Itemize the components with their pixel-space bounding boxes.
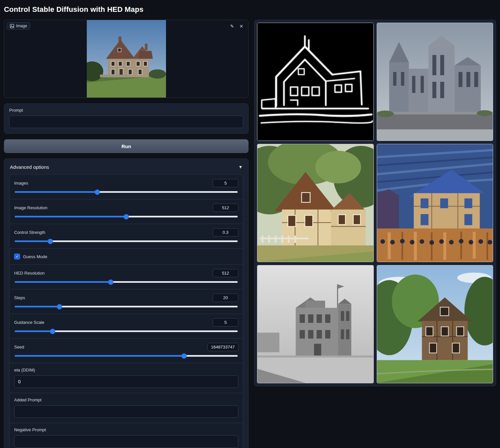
gallery-image-blue-painting[interactable] (377, 144, 493, 262)
gallery-image-cathedral[interactable] (377, 23, 493, 141)
image-actions: ✎ ✕ (228, 22, 246, 31)
guidance-scale-slider[interactable] (15, 330, 238, 332)
advanced-options-form: Images 5 Image Resolution 512 (9, 174, 243, 448)
gallery-image-grayscale-building[interactable] (257, 265, 374, 383)
control-strength-slider-fill (15, 240, 50, 242)
hed-resolution-slider[interactable] (15, 281, 238, 283)
image-label: Image (16, 24, 27, 28)
image-resolution-slider[interactable] (15, 216, 238, 217)
slider-row-hed-resolution: HED Resolution 512 (10, 264, 243, 289)
steps-slider[interactable] (15, 306, 238, 307)
output-column (254, 20, 496, 386)
added-prompt-input[interactable] (14, 405, 238, 418)
steps-value-box[interactable]: 20 (213, 294, 238, 302)
prompt-panel: Prompt (4, 103, 249, 134)
images-slider-fill (15, 191, 97, 193)
images-slider-thumb[interactable] (95, 190, 100, 195)
image-label-tag: Image (7, 22, 30, 30)
image-resolution-label: Image Resolution (14, 205, 47, 210)
steps-slider-fill (15, 306, 60, 307)
seed-label: Seed (14, 345, 24, 349)
page-title: Control Stable Diffusion with HED Maps (4, 5, 496, 14)
slider-row-control-strength: Control Strength 0.3 (10, 224, 243, 248)
slider-row-seed: Seed 1648733747 (10, 338, 243, 363)
hed-resolution-slider-thumb[interactable] (108, 280, 113, 285)
images-value-box[interactable]: 5 (213, 179, 238, 187)
steps-label: Steps (14, 295, 25, 300)
guess-mode-row: Guess Mode (10, 248, 243, 264)
control-strength-slider[interactable] (15, 240, 238, 242)
eta-input[interactable] (14, 375, 238, 388)
controls-column: Image ✎ ✕ (4, 20, 249, 448)
guess-mode-checkbox[interactable] (14, 254, 20, 259)
control-strength-label: Control Strength (14, 230, 45, 235)
hed-resolution-slider-fill (15, 281, 111, 283)
steps-slider-thumb[interactable] (57, 304, 62, 309)
accordion-arrow-icon: ▼ (238, 165, 243, 169)
control-strength-slider-thumb[interactable] (48, 239, 53, 244)
seed-slider[interactable] (15, 355, 238, 357)
images-label: Images (14, 181, 28, 186)
guidance-scale-value-box[interactable]: 5 (213, 318, 238, 326)
eta-row: eta (DDIM) (10, 363, 243, 393)
advanced-options-panel: Advanced options ▼ Images 5 (4, 159, 249, 448)
slider-row-images: Images 5 (10, 175, 243, 199)
negative-prompt-input[interactable] (14, 435, 238, 448)
negative-prompt-label: Negative Prompt (14, 427, 238, 432)
page: Control Stable Diffusion with HED Maps I… (0, 0, 500, 448)
seed-value-box[interactable]: 1648733747 (207, 343, 238, 351)
run-button[interactable]: Run (4, 139, 249, 153)
guess-mode-label: Guess Mode (23, 254, 47, 259)
hed-resolution-value-box[interactable]: 512 (213, 269, 238, 277)
hed-resolution-label: HED Resolution (14, 271, 45, 276)
input-image[interactable] (87, 20, 166, 98)
slider-row-steps: Steps 20 (10, 289, 243, 314)
slider-row-guidance-scale: Guidance Scale 5 (10, 314, 243, 338)
gallery-image-hed-edge-map[interactable] (257, 23, 374, 141)
gallery-image-house-with-trees[interactable] (377, 265, 493, 383)
output-gallery (254, 20, 496, 386)
images-slider[interactable] (15, 191, 238, 193)
seed-slider-fill (15, 355, 184, 357)
control-strength-value-box[interactable]: 0.3 (213, 228, 238, 236)
added-prompt-row: Added Prompt (10, 393, 243, 423)
image-resolution-value-box[interactable]: 512 (213, 204, 238, 212)
seed-slider-thumb[interactable] (181, 353, 187, 359)
guidance-scale-slider-fill (15, 330, 53, 332)
added-prompt-label: Added Prompt (14, 397, 238, 402)
clear-image-button[interactable]: ✕ (237, 22, 246, 31)
image-icon (10, 24, 14, 28)
advanced-options-toggle[interactable]: Advanced options ▼ (9, 164, 243, 174)
prompt-input[interactable] (9, 116, 243, 128)
edit-image-button[interactable]: ✎ (228, 22, 236, 31)
eta-label: eta (DDIM) (14, 368, 238, 372)
guidance-scale-slider-thumb[interactable] (50, 329, 55, 334)
image-resolution-slider-fill (15, 216, 126, 217)
input-image-panel: Image ✎ ✕ (4, 20, 249, 98)
image-resolution-slider-thumb[interactable] (124, 214, 129, 219)
gallery-image-painted-house[interactable] (257, 144, 374, 262)
advanced-options-label: Advanced options (10, 164, 49, 170)
slider-row-image-resolution: Image Resolution 512 (10, 199, 243, 224)
negative-prompt-row: Negative Prompt (10, 423, 243, 448)
prompt-label: Prompt (9, 108, 243, 113)
input-house-photo (87, 20, 166, 98)
guidance-scale-label: Guidance Scale (14, 320, 44, 325)
